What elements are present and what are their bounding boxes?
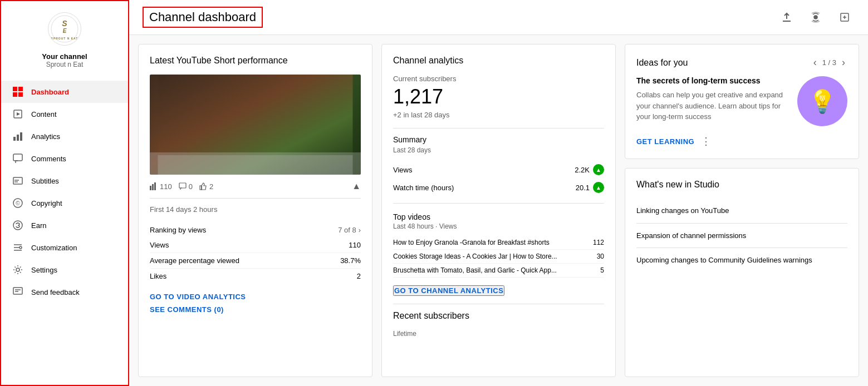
ideas-navigation: ‹ 1 / 3 › [811, 56, 847, 70]
likes-metric-row: Likes 2 [150, 269, 361, 284]
page-title: Channel dashboard [143, 7, 263, 28]
news-item-2: Expansion of channel permissions [636, 224, 847, 249]
sidebar-item-subtitles[interactable]: Subtitles [1, 170, 128, 192]
ideas-more-options-button[interactable]: ⋮ [701, 135, 711, 147]
svg-rect-14 [13, 177, 22, 184]
video-stats-row: 110 0 [150, 181, 361, 199]
ideas-title: Ideas for you [636, 58, 688, 68]
divider-1 [393, 128, 604, 128]
card-actions: GO TO VIDEO ANALYTICS SEE COMMENTS (0) [150, 293, 361, 314]
news-text-3: Upcoming changes to Community Guidelines… [636, 256, 812, 264]
metrics-table: Ranking by views 7 of 8 › Views 110 Aver… [150, 222, 361, 284]
views-metric-value: 110 [349, 241, 361, 249]
top-video-views-2: 30 [597, 253, 604, 260]
svg-point-20 [19, 246, 22, 249]
sidebar-item-analytics[interactable]: Analytics [1, 125, 128, 147]
whats-new-title: What's new in Studio [636, 180, 847, 190]
sidebar-item-customization[interactable]: Customization [1, 236, 128, 259]
svg-rect-6 [13, 92, 17, 97]
watch-time-analytics-row: Watch time (hours) 20.1 ▲ [393, 179, 604, 196]
svg-point-21 [16, 268, 19, 271]
send-feedback-label: Send feedback [31, 288, 80, 296]
sidebar-item-settings[interactable]: Settings [1, 259, 128, 281]
go-video-analytics-button[interactable]: GO TO VIDEO ANALYTICS [150, 293, 361, 301]
views-count: 110 [160, 182, 172, 191]
ideas-text: The secrets of long-term success Collabs… [636, 76, 791, 122]
subscribers-label: Current subscribers [393, 75, 604, 83]
svg-rect-33 [150, 186, 151, 190]
subscribers-change: +2 in last 28 days [393, 111, 604, 119]
get-learning-button[interactable]: GET LEARNING [636, 137, 694, 146]
earn-label: Earn [31, 221, 46, 230]
channel-analytics-card: Channel analytics Current subscribers 1,… [381, 44, 616, 377]
customization-label: Customization [31, 244, 77, 252]
news-item-3: Upcoming changes to Community Guidelines… [636, 248, 847, 273]
sidebar-logo: S E SPROUT N EAT Your channel Sprout n E… [1, 1, 128, 74]
page-header: Channel dashboard [129, 0, 868, 35]
broadcast-button[interactable] [806, 7, 826, 27]
customization-icon [12, 242, 23, 253]
top-video-row-2: Cookies Storage Ideas - A Cookies Jar | … [393, 250, 604, 264]
ideas-next-button[interactable]: › [840, 56, 847, 70]
ranking-label: Ranking by views [150, 226, 206, 234]
header-actions [777, 7, 855, 27]
summary-title: Summary [393, 135, 604, 144]
content-icon [12, 108, 23, 120]
svg-rect-11 [17, 135, 19, 141]
ranking-chevron: › [359, 226, 361, 234]
ideas-header: Ideas for you ‹ 1 / 3 › [636, 56, 847, 70]
top-videos-list: How to Enjoy Granola -Granola for Breakf… [393, 236, 604, 278]
sidebar-item-copyright[interactable]: © Copyright [1, 192, 128, 214]
copyright-icon: © [12, 197, 23, 209]
ideas-for-you-card: Ideas for you ‹ 1 / 3 › The secrets of l… [625, 44, 859, 159]
top-video-views-3: 5 [600, 266, 604, 274]
svg-text:SPROUT N EAT: SPROUT N EAT [51, 37, 79, 40]
svg-rect-5 [18, 87, 23, 91]
svg-rect-13 [13, 154, 22, 161]
comments-stat: 0 [179, 182, 193, 191]
short-performance-title: Latest YouTube Short performance [150, 56, 361, 66]
top-video-views-1: 112 [593, 239, 604, 246]
analytics-label: Analytics [31, 132, 60, 141]
upload-button[interactable] [777, 7, 797, 27]
svg-rect-12 [20, 132, 22, 141]
sidebar: S E SPROUT N EAT Your channel Sprout n E… [0, 0, 129, 386]
channel-handle: Sprout n Eat [46, 61, 84, 68]
expand-button[interactable]: ▲ [352, 181, 361, 191]
see-comments-button[interactable]: SEE COMMENTS (0) [150, 305, 361, 314]
ideas-prev-button[interactable]: ‹ [811, 56, 819, 70]
sidebar-item-content[interactable]: Content [1, 103, 128, 125]
main-content: Channel dashboard [129, 0, 868, 386]
create-button[interactable] [835, 7, 855, 27]
video-thumbnail[interactable] [150, 75, 361, 175]
avg-percent-row: Average percentage viewed 38.7% [150, 253, 361, 269]
channel-name: Your channel [42, 52, 87, 61]
dashboard-grid: Latest YouTube Short performance [129, 35, 868, 386]
channel-avatar: S E SPROUT N EAT [48, 12, 81, 46]
sidebar-item-send-feedback[interactable]: Send feedback [1, 281, 128, 303]
svg-rect-4 [13, 87, 17, 91]
ranking-row[interactable]: Ranking by views 7 of 8 › [150, 222, 361, 237]
channel-analytics-title: Channel analytics [393, 56, 604, 66]
analytics-icon [12, 131, 23, 142]
svg-rect-10 [13, 137, 16, 141]
views-analytics-value: 2.2K ▲ [575, 164, 604, 175]
svg-rect-32 [158, 155, 353, 175]
bar-chart-stat: 110 [150, 182, 172, 191]
ideas-content: The secrets of long-term success Collabs… [636, 76, 847, 126]
sidebar-item-earn[interactable]: Earn [1, 214, 128, 236]
subtitles-label: Subtitles [31, 177, 59, 185]
ranking-value: 7 of 8 [338, 226, 356, 234]
top-video-name-1: How to Enjoy Granola -Granola for Breakf… [393, 239, 589, 246]
dashboard-icon [12, 86, 23, 97]
top-video-row-1: How to Enjoy Granola -Granola for Breakf… [393, 236, 604, 250]
right-column: Ideas for you ‹ 1 / 3 › The secrets of l… [625, 44, 859, 377]
views-metric-label: Views [150, 241, 169, 249]
go-channel-analytics-button[interactable]: GO TO CHANNEL ANALYTICS [393, 285, 504, 296]
likes-metric-label: Likes [150, 272, 166, 280]
svg-rect-31 [158, 75, 353, 175]
sidebar-item-comments[interactable]: Comments [1, 147, 128, 170]
sidebar-item-dashboard[interactable]: Dashboard [1, 81, 128, 103]
ideas-actions: GET LEARNING ⋮ [636, 135, 847, 147]
svg-rect-22 [13, 288, 22, 294]
